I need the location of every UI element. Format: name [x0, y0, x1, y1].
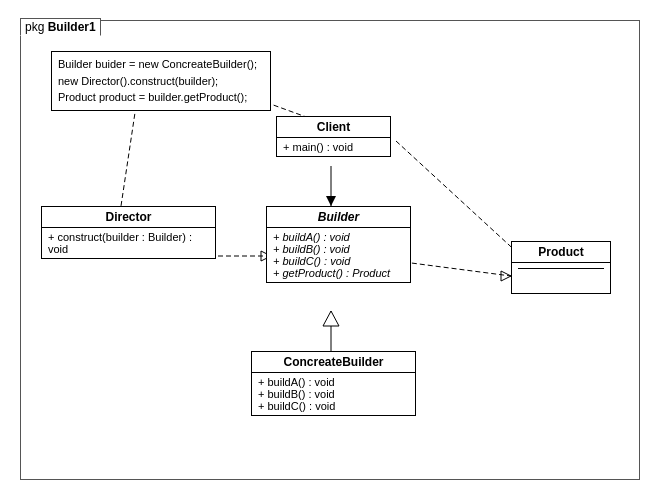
- client-class-header: Client: [277, 117, 390, 138]
- diagram-wrapper: pkg Builder1 Builder buider = n: [20, 20, 640, 480]
- svg-line-4: [396, 141, 521, 256]
- builder-class: Builder + buildA() : void + buildB() : v…: [266, 206, 411, 283]
- builder-method-2: + buildC() : void: [273, 255, 404, 267]
- builder-class-header: Builder: [267, 207, 410, 228]
- concrete-builder-method-0: + buildA() : void: [258, 376, 409, 388]
- concrete-builder-method-2: + buildC() : void: [258, 400, 409, 412]
- pkg-keyword: pkg: [25, 20, 44, 34]
- client-class-body: + main() : void: [277, 138, 390, 156]
- director-class-header: Director: [42, 207, 215, 228]
- svg-marker-8: [501, 271, 511, 281]
- svg-line-1: [121, 106, 136, 206]
- product-class-body: [512, 263, 610, 293]
- svg-marker-10: [323, 311, 339, 326]
- builder-class-body: + buildA() : void + buildB() : void + bu…: [267, 228, 410, 282]
- svg-marker-3: [326, 196, 336, 206]
- director-method-0: + construct(builder : Builder) : void: [48, 231, 209, 255]
- client-method-0: + main() : void: [283, 141, 384, 153]
- concrete-builder-method-1: + buildB() : void: [258, 388, 409, 400]
- builder-method-1: + buildB() : void: [273, 243, 404, 255]
- builder-method-3: + getProduct() : Product: [273, 267, 404, 279]
- note-box: Builder buider = new ConcreateBuilder();…: [51, 51, 271, 111]
- concrete-builder-class-header: ConcreateBuilder: [252, 352, 415, 373]
- svg-line-7: [396, 261, 511, 276]
- product-class-header: Product: [512, 242, 610, 263]
- concrete-builder-class: ConcreateBuilder + buildA() : void + bui…: [251, 351, 416, 416]
- builder-method-0: + buildA() : void: [273, 231, 404, 243]
- director-class-body: + construct(builder : Builder) : void: [42, 228, 215, 258]
- pkg-name: Builder1: [48, 20, 96, 34]
- product-class: Product: [511, 241, 611, 294]
- note-line-1: Builder buider = new ConcreateBuilder();: [58, 56, 264, 73]
- client-class: Client + main() : void: [276, 116, 391, 157]
- note-line-3: Product product = builder.getProduct();: [58, 89, 264, 106]
- concrete-builder-class-body: + buildA() : void + buildB() : void + bu…: [252, 373, 415, 415]
- director-class: Director + construct(builder : Builder) …: [41, 206, 216, 259]
- diagram-container: Builder buider = new ConcreateBuilder();…: [20, 20, 640, 480]
- note-line-2: new Director().construct(builder);: [58, 73, 264, 90]
